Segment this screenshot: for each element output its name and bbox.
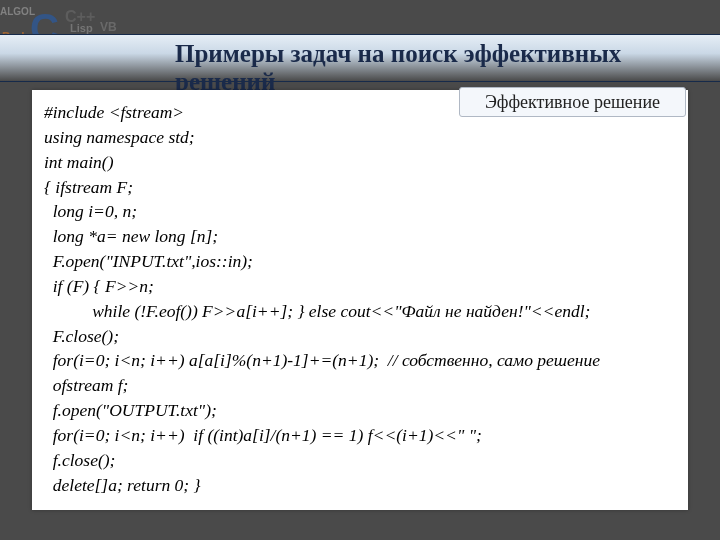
slide: C Java C++ Lisp VB PHP Perl ALGOL Python…: [0, 0, 720, 540]
wc-lisp: Lisp: [70, 22, 93, 34]
slide-header: C Java C++ Lisp VB PHP Perl ALGOL Python…: [0, 0, 720, 80]
code-block: #include <fstream> using namespace std; …: [44, 100, 676, 498]
wc-algol: ALGOL: [0, 6, 35, 17]
wc-vb: VB: [100, 20, 117, 34]
content-panel: Эффективное решение #include <fstream> u…: [32, 90, 688, 510]
